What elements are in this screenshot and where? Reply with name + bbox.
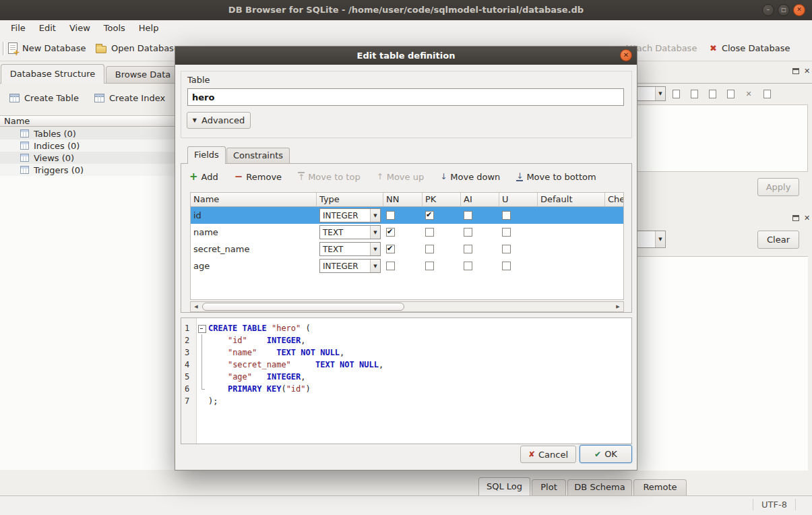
toolbar-icon[interactable]: ✕ xyxy=(742,87,755,100)
default-cell[interactable] xyxy=(538,207,605,224)
tab-plot[interactable]: Plot xyxy=(532,479,566,495)
type-select[interactable]: INTEGER ▼ xyxy=(319,259,381,273)
nn-checkbox[interactable] xyxy=(386,245,395,253)
open-folder-icon xyxy=(96,46,106,53)
create-table-button[interactable]: Create Table xyxy=(9,88,79,107)
field-name-cell[interactable]: id xyxy=(191,207,317,224)
menu-item-help[interactable]: Help xyxy=(132,22,166,34)
clear-button[interactable]: Clear xyxy=(757,231,799,249)
ai-checkbox[interactable] xyxy=(464,245,472,253)
check-cell[interactable] xyxy=(605,207,623,224)
tab-fields[interactable]: Fields xyxy=(187,146,226,164)
dock-float-icon[interactable] xyxy=(792,68,799,74)
type-select[interactable]: TEXT ▼ xyxy=(319,225,381,239)
advanced-button[interactable]: ▼ Advanced xyxy=(187,112,251,129)
tab-sql-log[interactable]: SQL Log xyxy=(478,477,530,495)
grid-header-u[interactable]: U xyxy=(499,193,538,207)
tab-browse-data[interactable]: Browse Data xyxy=(106,66,180,84)
grid-header-pk[interactable]: PK xyxy=(423,193,461,207)
create-index-button[interactable]: Create Index xyxy=(94,88,165,107)
maximize-icon[interactable] xyxy=(778,4,790,16)
ai-checkbox[interactable] xyxy=(464,228,472,237)
table-name-input[interactable] xyxy=(187,88,624,106)
tab-database-structure[interactable]: Database Structure xyxy=(1,64,104,84)
u-checkbox[interactable] xyxy=(502,211,511,220)
nn-checkbox[interactable] xyxy=(386,262,395,270)
check-cell[interactable] xyxy=(605,258,623,274)
check-cell[interactable] xyxy=(605,241,623,258)
edit-table-dialog: Edit table definition ✕ Table ▼ Advanced… xyxy=(175,46,637,471)
pk-checkbox[interactable] xyxy=(425,245,434,253)
check-cell[interactable] xyxy=(605,224,623,241)
field-name-cell[interactable]: name xyxy=(191,224,317,241)
dock-float-icon[interactable] xyxy=(792,215,799,221)
field-row[interactable]: id INTEGER ▼ xyxy=(191,207,623,224)
pk-checkbox[interactable] xyxy=(425,211,434,220)
window-controls xyxy=(762,4,805,16)
default-cell[interactable] xyxy=(538,224,605,241)
menu-item-file[interactable]: File xyxy=(4,22,32,34)
toolbar-icon[interactable] xyxy=(687,87,701,100)
grid-header-nn[interactable]: NN xyxy=(383,193,423,207)
default-cell[interactable] xyxy=(538,241,605,258)
toolbar-icon[interactable] xyxy=(760,87,774,100)
default-cell[interactable] xyxy=(538,258,605,274)
fold-marker xyxy=(196,383,208,395)
cell-editor-area[interactable] xyxy=(637,104,808,172)
minimize-icon[interactable] xyxy=(762,4,774,16)
move-down-button[interactable]: ↓ Move down xyxy=(440,172,500,182)
tab-constraints[interactable]: Constraints xyxy=(226,148,290,164)
pk-checkbox[interactable] xyxy=(425,228,434,237)
ok-button[interactable]: ✔ OK xyxy=(580,445,632,463)
chevron-down-icon: ▼ xyxy=(655,231,665,247)
remove-field-button[interactable]: − Remove xyxy=(235,172,282,182)
sql-line: 1 CREATE TABLE "hero" ( xyxy=(181,322,631,334)
field-row[interactable]: secret_name TEXT ▼ xyxy=(191,241,623,258)
u-checkbox[interactable] xyxy=(502,262,511,270)
field-row[interactable]: age INTEGER ▼ xyxy=(191,258,623,274)
move-to-bottom-button[interactable]: ↓ Move to bottom xyxy=(516,172,596,182)
close-database-icon: ✖ xyxy=(710,44,717,53)
grid-header-default[interactable]: Default xyxy=(538,193,605,207)
tab-db-schema[interactable]: DB Schema xyxy=(567,479,632,495)
toolbar-icon[interactable] xyxy=(669,87,683,100)
field-name-cell[interactable]: age xyxy=(191,258,317,274)
ai-checkbox[interactable] xyxy=(464,211,472,220)
dialog-close-icon[interactable]: ✕ xyxy=(620,49,632,61)
statusbar: UTF-8 xyxy=(0,495,812,515)
open-database-button[interactable]: Open Database xyxy=(96,36,179,61)
u-checkbox[interactable] xyxy=(502,228,511,237)
type-select[interactable]: TEXT ▼ xyxy=(319,242,381,256)
field-row[interactable]: name TEXT ▼ xyxy=(191,224,623,241)
toolbar-icon[interactable] xyxy=(706,87,719,100)
menu-item-edit[interactable]: Edit xyxy=(32,22,63,34)
grid-header-type[interactable]: Type xyxy=(317,193,383,207)
ai-checkbox[interactable] xyxy=(464,262,472,270)
cancel-button[interactable]: ✘ Cancel xyxy=(520,446,576,463)
scroll-thumb[interactable] xyxy=(202,303,404,311)
add-icon: + xyxy=(189,172,198,182)
u-checkbox[interactable] xyxy=(502,245,511,253)
cell-editor-toolbar: ✕ xyxy=(669,87,774,100)
nn-checkbox[interactable] xyxy=(386,228,395,237)
window-close-icon[interactable] xyxy=(793,4,805,16)
add-field-button[interactable]: + Add xyxy=(189,172,218,182)
menu-item-tools[interactable]: Tools xyxy=(97,22,132,34)
dock-close-icon[interactable]: ✕ xyxy=(804,67,810,75)
pk-checkbox[interactable] xyxy=(425,262,434,270)
nn-checkbox[interactable] xyxy=(386,211,395,220)
scroll-right-icon[interactable]: ▶ xyxy=(613,302,623,311)
toolbar-icon[interactable] xyxy=(724,87,737,100)
dock-close-icon[interactable]: ✕ xyxy=(804,214,810,222)
close-database-button[interactable]: ✖ Close Database xyxy=(710,36,790,61)
scroll-left-icon[interactable]: ◀ xyxy=(191,302,201,311)
new-database-button[interactable]: New Database xyxy=(8,36,86,61)
grid-header-ai[interactable]: AI xyxy=(461,193,499,207)
type-select[interactable]: INTEGER ▼ xyxy=(319,208,381,222)
grid-header-check[interactable]: Check xyxy=(605,193,623,207)
toolbar-handle[interactable] xyxy=(3,42,5,55)
field-name-cell[interactable]: secret_name xyxy=(191,241,317,258)
grid-header-name[interactable]: Name xyxy=(191,193,317,207)
tab-remote[interactable]: Remote xyxy=(633,479,687,495)
menu-item-view[interactable]: View xyxy=(63,22,97,34)
